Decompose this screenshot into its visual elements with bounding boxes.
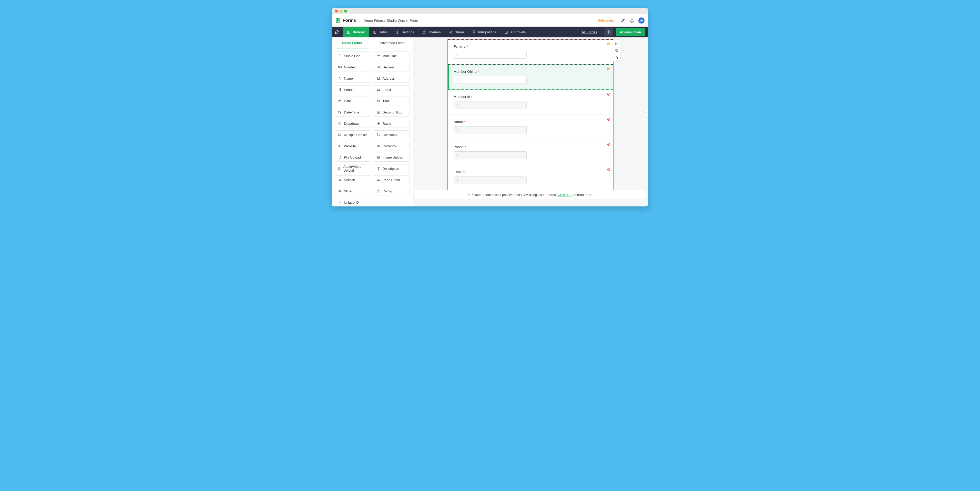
field-number[interactable]: 123 Number	[335, 63, 371, 72]
form-element-form-id[interactable]: Form Id*	[448, 40, 613, 65]
home-button[interactable]	[332, 27, 343, 37]
tab-advanced-fields[interactable]: Advanced Fields	[372, 37, 413, 48]
app-switcher-icon[interactable]	[638, 17, 644, 24]
field-label: Website	[344, 144, 356, 148]
currency-icon	[377, 144, 380, 148]
element-input[interactable]	[453, 126, 527, 134]
field-phone[interactable]: Phone	[335, 85, 371, 94]
field-multi-line[interactable]: Multi Line	[374, 51, 410, 60]
field-description[interactable]: Description	[374, 164, 410, 173]
field-label: Multi Line	[383, 54, 397, 58]
field-address[interactable]: Address	[374, 74, 410, 83]
field-currency[interactable]: Currency	[374, 141, 410, 150]
field-checkbox[interactable]: Checkbox	[374, 130, 410, 139]
field-email[interactable]: Email	[374, 85, 410, 94]
required-star: *	[465, 145, 466, 149]
field-label: Image Upload	[383, 156, 403, 159]
themes-icon	[422, 30, 426, 34]
asterisk-icon: *	[468, 193, 469, 197]
field-section[interactable]: Section	[335, 175, 371, 184]
svg-point-32	[378, 146, 379, 146]
element-duplicate-button[interactable]	[613, 47, 620, 54]
svg-rect-17	[339, 100, 341, 102]
field-radio[interactable]: Radio	[374, 119, 410, 128]
window-close-dot[interactable]	[335, 10, 338, 13]
field-name[interactable]: Name	[335, 74, 371, 83]
element-input[interactable]	[453, 101, 527, 109]
svg-point-6	[425, 32, 425, 32]
svg-point-3	[397, 32, 398, 33]
field-decision-box[interactable]: Decision Box	[374, 108, 410, 116]
text-cursor-icon	[338, 54, 342, 58]
field-single-line[interactable]: Single Line	[335, 51, 371, 60]
svg-rect-28	[377, 134, 378, 135]
field-label: Decision Box	[383, 110, 402, 114]
workarea: Basic Fields Advanced Fields Single Line…	[332, 37, 648, 207]
nav-builder[interactable]: Builder	[343, 27, 369, 37]
nav-share[interactable]: Share	[445, 27, 468, 37]
svg-point-11	[608, 32, 609, 33]
element-settings-button[interactable]	[613, 40, 620, 47]
field-label: Audio/Video Upload	[344, 165, 368, 172]
field-file-upload[interactable]: File Upload	[335, 153, 371, 162]
field-date[interactable]: Date	[335, 97, 371, 105]
form-element-member-obj-id[interactable]: Member Obj Id*	[448, 65, 613, 90]
field-audio-video-upload[interactable]: Audio/Video Upload	[335, 164, 371, 173]
field-slider[interactable]: Slider	[335, 187, 371, 195]
svg-point-38	[616, 43, 617, 44]
field-decimal[interactable]: .00 Decimal	[374, 63, 410, 72]
tab-basic-fields[interactable]: Basic Fields	[332, 37, 372, 48]
preview-button[interactable]	[604, 28, 613, 36]
nav-integrations[interactable]: Integrations	[468, 27, 501, 37]
footer-link[interactable]: Click here	[558, 193, 573, 197]
all-entries-link[interactable]: All Entries	[582, 30, 597, 34]
window-minimize-dot[interactable]	[340, 10, 342, 13]
brand-text: Forms	[343, 18, 356, 23]
element-input[interactable]	[453, 51, 527, 59]
form-element-email[interactable]: Email*	[448, 165, 613, 190]
field-website[interactable]: Website	[335, 141, 371, 150]
svg-point-5	[424, 31, 425, 31]
field-time[interactable]: Time	[374, 97, 410, 105]
field-image-upload[interactable]: Image Upload	[374, 153, 410, 162]
nav-rules[interactable]: Rules	[369, 27, 392, 37]
element-label: Name*	[453, 120, 608, 124]
element-input[interactable]	[453, 151, 527, 159]
field-label: Email	[383, 88, 391, 92]
form-element-member-id[interactable]: Member Id*	[448, 90, 613, 115]
field-label: Page Break	[383, 178, 400, 182]
access-form-button[interactable]: Access Form	[616, 28, 645, 36]
form-canvas: Form Id* Member Obj Id* Member Id* Name*	[447, 39, 614, 190]
element-input[interactable]	[453, 176, 527, 184]
field-date-time[interactable]: Date-Time	[335, 108, 371, 116]
field-rating[interactable]: Rating	[374, 187, 410, 195]
nav-settings[interactable]: Settings	[391, 27, 418, 37]
required-star: *	[467, 44, 468, 48]
element-delete-button[interactable]	[613, 54, 620, 61]
expand-panel-button[interactable]	[644, 109, 648, 116]
field-page-break[interactable]: Page Break	[374, 175, 410, 184]
svg-rect-31	[377, 145, 380, 147]
text-cursor-icon	[456, 154, 460, 157]
field-multiple-choice[interactable]: Multiple Choice	[335, 130, 371, 139]
svg-rect-21	[377, 111, 380, 113]
integrations-icon	[473, 30, 476, 34]
text-cursor-icon	[456, 179, 460, 182]
text-cursor-icon	[456, 78, 460, 81]
separator	[601, 29, 601, 35]
subscription-link[interactable]: Subscription	[598, 18, 616, 22]
tools-icon[interactable]	[620, 17, 625, 23]
field-dropdown[interactable]: Dropdown	[335, 119, 371, 128]
field-label: Slider	[344, 189, 352, 193]
window-maximize-dot[interactable]	[344, 10, 347, 13]
bell-icon[interactable]	[629, 17, 635, 23]
required-star: *	[464, 120, 465, 124]
field-unique-id[interactable]: Unique ID	[335, 198, 371, 207]
form-element-phone[interactable]: Phone*	[448, 140, 613, 165]
nav-themes[interactable]: Themes	[418, 27, 445, 37]
forms-logo-icon	[336, 18, 340, 23]
nav-approvals[interactable]: Approvals	[500, 27, 530, 37]
form-element-name[interactable]: Name*	[448, 115, 613, 140]
number-icon: 123	[338, 65, 342, 69]
element-input[interactable]	[453, 76, 527, 84]
